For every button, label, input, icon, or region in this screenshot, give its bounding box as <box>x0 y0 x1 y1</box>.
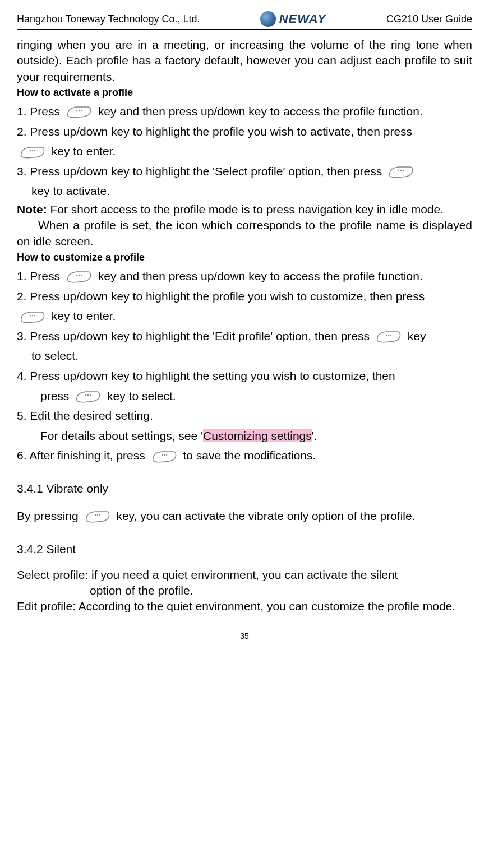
text: 3. Press up/down key to highlight the 'E… <box>17 329 373 342</box>
soft-key-icon <box>75 389 102 404</box>
activate-step-2-cont: key to enter. <box>17 142 472 161</box>
guide-title: CG210 User Guide <box>386 13 472 25</box>
text: '. <box>312 429 317 442</box>
svg-point-3 <box>30 150 31 151</box>
silent-select-profile: Select profile: if you need a quiet envi… <box>17 567 472 583</box>
company-name: Hangzhou Toneway Technology Co., Ltd. <box>17 13 200 25</box>
svg-point-18 <box>85 394 86 396</box>
customize-step-4: 4. Press up/down key to highlight the se… <box>17 366 472 386</box>
soft-key-icon <box>84 509 111 524</box>
svg-point-10 <box>79 275 80 276</box>
soft-key-icon <box>19 310 46 324</box>
text: 2. Press up/down key to highlight the pr… <box>17 125 412 138</box>
silent-select-profile-cont: option of the profile. <box>17 583 472 598</box>
customize-step-2-cont: key to enter. <box>17 307 472 326</box>
svg-point-1 <box>79 110 80 111</box>
svg-point-13 <box>32 314 33 315</box>
activate-step-1: 1. Press key and then press up/down key … <box>17 102 472 121</box>
svg-point-5 <box>34 150 35 151</box>
customize-step-6: 6. After finishing it, press to save the… <box>17 446 472 465</box>
activate-step-2: 2. Press up/down key to highlight the pr… <box>17 122 472 141</box>
svg-point-16 <box>388 335 389 336</box>
vibrate-paragraph: By pressing key, you can activate the vi… <box>17 507 472 526</box>
silent-edit-profile: Edit profile: According to the quiet env… <box>17 598 472 614</box>
activate-step-3-cont: key to activate. <box>17 182 472 201</box>
section-3-4-1: 3.4.1 Vibrate only <box>17 482 472 495</box>
svg-point-25 <box>96 514 98 516</box>
text: key to enter. <box>52 309 116 322</box>
page-number: 35 <box>17 632 472 640</box>
intro-paragraph: ringing when you are in a meeting, or in… <box>17 37 472 85</box>
highlight-customizing-settings: Customizing settings <box>203 429 312 442</box>
svg-point-6 <box>398 170 399 171</box>
soft-key-icon <box>151 449 178 464</box>
text: 3. Press up/down key to highlight the 'S… <box>17 165 385 178</box>
text: press <box>40 389 72 402</box>
logo-globe-icon <box>260 11 276 27</box>
logo-text: NEWAY <box>279 12 326 26</box>
customize-heading: How to customize a profile <box>17 252 472 263</box>
svg-point-24 <box>94 514 95 516</box>
svg-point-23 <box>165 454 167 456</box>
svg-point-14 <box>34 314 35 315</box>
svg-point-0 <box>76 110 77 111</box>
section-3-4-2: 3.4.2 Silent <box>17 542 472 556</box>
soft-key-icon <box>375 329 402 344</box>
text: key and then press up/down key to access… <box>98 105 423 118</box>
customize-step-3: 3. Press up/down key to highlight the 'E… <box>17 327 472 346</box>
soft-key-icon <box>66 105 93 119</box>
logo: NEWAY <box>260 11 326 27</box>
text: 6. After finishing it, press <box>17 449 149 462</box>
svg-point-21 <box>161 454 162 456</box>
activate-step-3: 3. Press up/down key to highlight the 'S… <box>17 162 472 181</box>
page-header: Hangzhou Toneway Technology Co., Ltd. NE… <box>17 11 472 30</box>
text: key to enter. <box>52 145 116 157</box>
svg-point-15 <box>386 335 387 336</box>
customize-step-1: 1. Press key and then press up/down key … <box>17 267 472 286</box>
svg-point-20 <box>90 394 91 396</box>
customize-step-2: 2. Press up/down key to highlight the pr… <box>17 287 472 306</box>
svg-point-7 <box>400 170 402 171</box>
soft-key-icon <box>19 145 46 160</box>
svg-point-2 <box>81 110 82 111</box>
note: Note: For short access to the profile mo… <box>17 202 472 217</box>
soft-key-icon <box>66 270 93 284</box>
customize-step-5: 5. Edit the desired setting. <box>17 406 472 425</box>
svg-point-26 <box>99 514 100 516</box>
text: key <box>408 329 426 342</box>
svg-point-8 <box>403 170 404 171</box>
text: 1. Press <box>17 270 63 282</box>
svg-point-4 <box>32 150 33 151</box>
text: key and then press up/down key to access… <box>98 270 423 282</box>
text: to save the modifications. <box>183 449 316 462</box>
customize-step-4-cont: press key to select. <box>17 387 472 406</box>
text: For details about settings, see ' <box>40 429 203 442</box>
text: key, you can activate the vibrate only o… <box>116 509 415 522</box>
activate-heading: How to activate a profile <box>17 87 472 99</box>
note-paragraph-2: When a profile is set, the icon which co… <box>17 217 472 249</box>
text: 1. Press <box>17 105 63 118</box>
customize-step-5-detail: For details about settings, see 'Customi… <box>17 426 472 445</box>
note-label: Note: <box>17 203 50 216</box>
note-text: For short access to the profile mode is … <box>50 203 444 216</box>
svg-point-22 <box>163 454 164 456</box>
text: key to select. <box>107 389 176 402</box>
svg-point-17 <box>390 335 391 336</box>
soft-key-icon <box>387 165 414 179</box>
svg-point-19 <box>87 394 89 396</box>
svg-point-9 <box>76 275 77 276</box>
svg-point-11 <box>81 275 82 276</box>
text: 2. Press up/down key to highlight the pr… <box>17 290 425 303</box>
customize-step-3-cont: to select. <box>17 346 472 365</box>
text: By pressing <box>17 509 82 522</box>
svg-point-12 <box>30 314 31 315</box>
